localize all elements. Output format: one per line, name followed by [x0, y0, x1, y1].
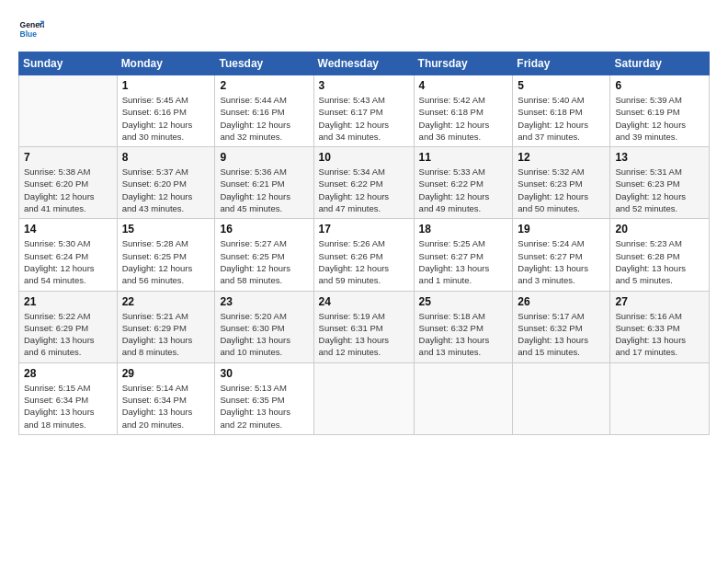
day-info: Sunrise: 5:40 AMSunset: 6:18 PMDaylight:… [518, 94, 605, 143]
calendar-cell: 12Sunrise: 5:32 AMSunset: 6:23 PMDayligh… [513, 147, 610, 219]
calendar-cell: 3Sunrise: 5:43 AMSunset: 6:17 PMDaylight… [313, 75, 414, 147]
calendar-cell [414, 362, 513, 434]
calendar-cell: 24Sunrise: 5:19 AMSunset: 6:31 PMDayligh… [313, 291, 414, 362]
day-number: 26 [518, 295, 605, 308]
header: General Blue [18, 17, 710, 42]
week-row-1: 1Sunrise: 5:45 AMSunset: 6:16 PMDaylight… [19, 75, 710, 147]
day-number: 19 [518, 223, 605, 236]
day-info: Sunrise: 5:32 AMSunset: 6:23 PMDaylight:… [518, 166, 605, 214]
day-info: Sunrise: 5:37 AMSunset: 6:20 PMDaylight:… [122, 166, 210, 214]
day-info: Sunrise: 5:19 AMSunset: 6:31 PMDaylight:… [319, 310, 409, 359]
calendar-cell: 14Sunrise: 5:30 AMSunset: 6:24 PMDayligh… [19, 219, 118, 291]
day-number: 24 [319, 295, 409, 308]
day-info: Sunrise: 5:43 AMSunset: 6:17 PMDaylight:… [319, 94, 409, 143]
day-number: 11 [419, 151, 508, 164]
day-number: 2 [220, 79, 308, 92]
day-header-saturday: Saturday [610, 52, 710, 75]
day-info: Sunrise: 5:13 AMSunset: 6:35 PMDaylight:… [220, 382, 308, 431]
calendar-cell: 6Sunrise: 5:39 AMSunset: 6:19 PMDaylight… [610, 75, 710, 147]
day-info: Sunrise: 5:18 AMSunset: 6:32 PMDaylight:… [419, 310, 508, 359]
day-number: 12 [518, 151, 605, 164]
calendar-cell: 17Sunrise: 5:26 AMSunset: 6:26 PMDayligh… [313, 219, 414, 291]
day-number: 1 [122, 79, 210, 92]
calendar-cell: 18Sunrise: 5:25 AMSunset: 6:27 PMDayligh… [414, 219, 513, 291]
day-info: Sunrise: 5:44 AMSunset: 6:16 PMDaylight:… [220, 94, 308, 143]
week-row-4: 21Sunrise: 5:22 AMSunset: 6:29 PMDayligh… [19, 291, 710, 362]
day-info: Sunrise: 5:21 AMSunset: 6:29 PMDaylight:… [122, 310, 210, 359]
day-number: 28 [24, 367, 112, 380]
day-number: 8 [122, 151, 210, 164]
logo-icon: General Blue [18, 17, 44, 42]
day-header-tuesday: Tuesday [215, 52, 313, 75]
calendar-cell: 25Sunrise: 5:18 AMSunset: 6:32 PMDayligh… [414, 291, 513, 362]
calendar-cell: 8Sunrise: 5:37 AMSunset: 6:20 PMDaylight… [117, 147, 215, 219]
calendar-cell: 7Sunrise: 5:38 AMSunset: 6:20 PMDaylight… [19, 147, 118, 219]
day-info: Sunrise: 5:23 AMSunset: 6:28 PMDaylight:… [615, 237, 704, 286]
calendar-cell: 20Sunrise: 5:23 AMSunset: 6:28 PMDayligh… [610, 219, 710, 291]
week-row-3: 14Sunrise: 5:30 AMSunset: 6:24 PMDayligh… [19, 219, 710, 291]
calendar-cell: 5Sunrise: 5:40 AMSunset: 6:18 PMDaylight… [513, 75, 610, 147]
calendar-cell [610, 362, 710, 434]
day-number: 3 [319, 79, 409, 92]
day-info: Sunrise: 5:17 AMSunset: 6:32 PMDaylight:… [518, 310, 605, 359]
calendar-cell: 26Sunrise: 5:17 AMSunset: 6:32 PMDayligh… [513, 291, 610, 362]
day-info: Sunrise: 5:14 AMSunset: 6:34 PMDaylight:… [122, 382, 210, 431]
day-header-wednesday: Wednesday [313, 52, 414, 75]
week-row-2: 7Sunrise: 5:38 AMSunset: 6:20 PMDaylight… [19, 147, 710, 219]
day-info: Sunrise: 5:30 AMSunset: 6:24 PMDaylight:… [24, 237, 112, 286]
day-info: Sunrise: 5:36 AMSunset: 6:21 PMDaylight:… [220, 166, 308, 214]
day-info: Sunrise: 5:39 AMSunset: 6:19 PMDaylight:… [615, 94, 704, 143]
day-header-friday: Friday [513, 52, 610, 75]
day-number: 6 [615, 79, 704, 92]
day-info: Sunrise: 5:33 AMSunset: 6:22 PMDaylight:… [419, 166, 508, 214]
calendar-cell: 23Sunrise: 5:20 AMSunset: 6:30 PMDayligh… [215, 291, 313, 362]
calendar-cell: 2Sunrise: 5:44 AMSunset: 6:16 PMDaylight… [215, 75, 313, 147]
day-number: 25 [419, 295, 508, 308]
calendar-cell: 15Sunrise: 5:28 AMSunset: 6:25 PMDayligh… [117, 219, 215, 291]
calendar-cell: 30Sunrise: 5:13 AMSunset: 6:35 PMDayligh… [215, 362, 313, 434]
day-header-thursday: Thursday [414, 52, 513, 75]
calendar-cell: 29Sunrise: 5:14 AMSunset: 6:34 PMDayligh… [117, 362, 215, 434]
day-number: 18 [419, 223, 508, 236]
day-number: 21 [24, 295, 112, 308]
day-info: Sunrise: 5:27 AMSunset: 6:25 PMDaylight:… [220, 237, 308, 286]
day-info: Sunrise: 5:34 AMSunset: 6:22 PMDaylight:… [319, 166, 409, 214]
day-header-monday: Monday [117, 52, 215, 75]
calendar-cell: 22Sunrise: 5:21 AMSunset: 6:29 PMDayligh… [117, 291, 215, 362]
day-info: Sunrise: 5:28 AMSunset: 6:25 PMDaylight:… [122, 237, 210, 286]
day-info: Sunrise: 5:20 AMSunset: 6:30 PMDaylight:… [220, 310, 308, 359]
day-info: Sunrise: 5:25 AMSunset: 6:27 PMDaylight:… [419, 237, 508, 286]
calendar-cell: 19Sunrise: 5:24 AMSunset: 6:27 PMDayligh… [513, 219, 610, 291]
day-info: Sunrise: 5:15 AMSunset: 6:34 PMDaylight:… [24, 382, 112, 431]
day-number: 30 [220, 367, 308, 380]
day-info: Sunrise: 5:22 AMSunset: 6:29 PMDaylight:… [24, 310, 112, 359]
day-info: Sunrise: 5:16 AMSunset: 6:33 PMDaylight:… [615, 310, 704, 359]
calendar-cell: 27Sunrise: 5:16 AMSunset: 6:33 PMDayligh… [610, 291, 710, 362]
day-info: Sunrise: 5:24 AMSunset: 6:27 PMDaylight:… [518, 237, 605, 286]
day-header-sunday: Sunday [19, 52, 118, 75]
calendar-cell: 28Sunrise: 5:15 AMSunset: 6:34 PMDayligh… [19, 362, 118, 434]
day-number: 17 [319, 223, 409, 236]
day-number: 13 [615, 151, 704, 164]
day-number: 5 [518, 79, 605, 92]
week-row-5: 28Sunrise: 5:15 AMSunset: 6:34 PMDayligh… [19, 362, 710, 434]
calendar-cell: 4Sunrise: 5:42 AMSunset: 6:18 PMDaylight… [414, 75, 513, 147]
logo: General Blue [18, 17, 44, 42]
calendar-header-row: SundayMondayTuesdayWednesdayThursdayFrid… [19, 52, 710, 75]
day-number: 7 [24, 151, 112, 164]
calendar-cell: 10Sunrise: 5:34 AMSunset: 6:22 PMDayligh… [313, 147, 414, 219]
day-number: 23 [220, 295, 308, 308]
day-number: 16 [220, 223, 308, 236]
day-number: 14 [24, 223, 112, 236]
calendar-cell: 13Sunrise: 5:31 AMSunset: 6:23 PMDayligh… [610, 147, 710, 219]
calendar-cell [513, 362, 610, 434]
day-number: 4 [419, 79, 508, 92]
calendar-cell [19, 75, 118, 147]
day-number: 29 [122, 367, 210, 380]
day-info: Sunrise: 5:26 AMSunset: 6:26 PMDaylight:… [319, 237, 409, 286]
day-info: Sunrise: 5:38 AMSunset: 6:20 PMDaylight:… [24, 166, 112, 214]
day-info: Sunrise: 5:42 AMSunset: 6:18 PMDaylight:… [419, 94, 508, 143]
svg-text:Blue: Blue [20, 29, 38, 39]
calendar-table: SundayMondayTuesdayWednesdayThursdayFrid… [18, 52, 710, 435]
day-info: Sunrise: 5:31 AMSunset: 6:23 PMDaylight:… [615, 166, 704, 214]
